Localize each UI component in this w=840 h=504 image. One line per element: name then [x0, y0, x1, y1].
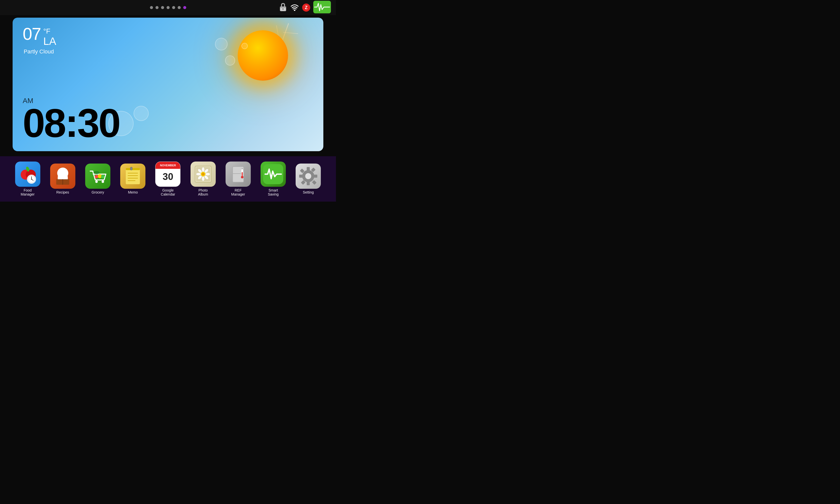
app-google-calendar[interactable]: NOVEMBER 30 Google Calendar	[153, 162, 183, 196]
city-name: LA	[43, 35, 56, 47]
svg-point-34	[202, 167, 204, 172]
setting-label: Setting	[303, 190, 314, 194]
svg-rect-54	[314, 175, 317, 178]
smart-saving-label: Smart Saving	[268, 188, 279, 196]
smart-saving-icon	[261, 162, 286, 187]
z-wave-icon: Z	[302, 3, 310, 12]
svg-point-61	[305, 173, 311, 179]
svg-point-20	[95, 175, 98, 178]
svg-point-15	[59, 169, 67, 177]
svg-point-3	[294, 10, 296, 11]
google-calendar-label: Google Calendar	[161, 188, 175, 196]
svg-rect-24	[126, 168, 140, 184]
photo-album-icon	[191, 162, 216, 187]
clock-section: AM 08:30	[23, 97, 120, 141]
setting-icon	[296, 164, 321, 189]
recipes-icon	[50, 164, 75, 189]
weather-widget: 07 °F LA Partly Cloud AM 08:30	[13, 18, 323, 151]
recipes-label: Recipes	[56, 190, 69, 194]
svg-point-35	[202, 176, 204, 181]
app-smart-saving[interactable]: Smart Saving	[258, 162, 288, 196]
app-recipes[interactable]: Recipes	[48, 164, 78, 194]
svg-point-22	[101, 175, 105, 178]
smartsaving-status-icon	[313, 1, 331, 14]
svg-rect-30	[130, 167, 132, 170]
app-memo[interactable]: Memo	[118, 164, 148, 194]
svg-rect-55	[299, 175, 303, 178]
memo-icon	[120, 164, 145, 189]
svg-point-23	[93, 171, 100, 174]
ref-manager-icon	[226, 162, 251, 187]
temperature: 07	[23, 25, 41, 42]
svg-point-12	[31, 179, 32, 180]
dot-6[interactable]	[178, 6, 181, 9]
status-icons: Z	[279, 1, 331, 14]
page-dots	[150, 6, 186, 9]
lock-icon	[279, 2, 287, 13]
dot-2[interactable]	[156, 6, 159, 9]
app-grocery[interactable]: Grocery	[83, 164, 113, 194]
svg-point-36	[196, 173, 201, 175]
svg-point-2	[282, 8, 284, 10]
svg-point-50	[241, 176, 244, 178]
dot-4[interactable]	[166, 6, 169, 9]
grocery-icon	[85, 164, 110, 189]
app-setting[interactable]: Setting	[293, 164, 323, 194]
dot-7-active[interactable]	[183, 6, 186, 9]
ref-manager-label: REF Manager	[231, 188, 245, 196]
grocery-label: Grocery	[91, 190, 104, 194]
svg-rect-52	[307, 167, 310, 170]
wifi-icon	[290, 3, 299, 12]
calendar-date: 30	[163, 172, 173, 182]
food-manager-icon	[15, 162, 40, 187]
photo-album-label: Photo Album	[198, 188, 208, 196]
dot-5[interactable]	[172, 6, 175, 9]
calendar-month: NOVEMBER	[156, 162, 180, 169]
svg-rect-1	[280, 6, 286, 8]
svg-point-43	[202, 173, 204, 176]
svg-rect-25	[126, 168, 140, 170]
svg-point-37	[205, 173, 210, 175]
svg-rect-53	[307, 182, 310, 185]
svg-point-19	[102, 180, 104, 183]
app-dock: Food Manager Recipes	[0, 156, 336, 202]
weather-info: 07 °F LA Partly Cloud	[23, 25, 56, 55]
sun-graphic	[238, 30, 293, 86]
weather-condition: Partly Cloud	[24, 48, 56, 55]
dot-3[interactable]	[161, 6, 164, 9]
app-ref-manager[interactable]: REF Manager	[223, 162, 253, 196]
food-manager-label: Food Manager	[21, 188, 35, 196]
clock-time: 08:30	[23, 105, 120, 141]
memo-label: Memo	[128, 190, 138, 194]
app-food-manager[interactable]: Food Manager	[13, 162, 43, 196]
temp-unit: °F	[43, 27, 56, 35]
svg-rect-58	[312, 180, 317, 185]
dot-1[interactable]	[150, 6, 153, 9]
top-bar: Z	[0, 0, 336, 15]
app-photo-album[interactable]: Photo Album	[188, 162, 218, 196]
google-calendar-icon: NOVEMBER 30	[155, 162, 180, 187]
svg-point-18	[95, 180, 98, 183]
